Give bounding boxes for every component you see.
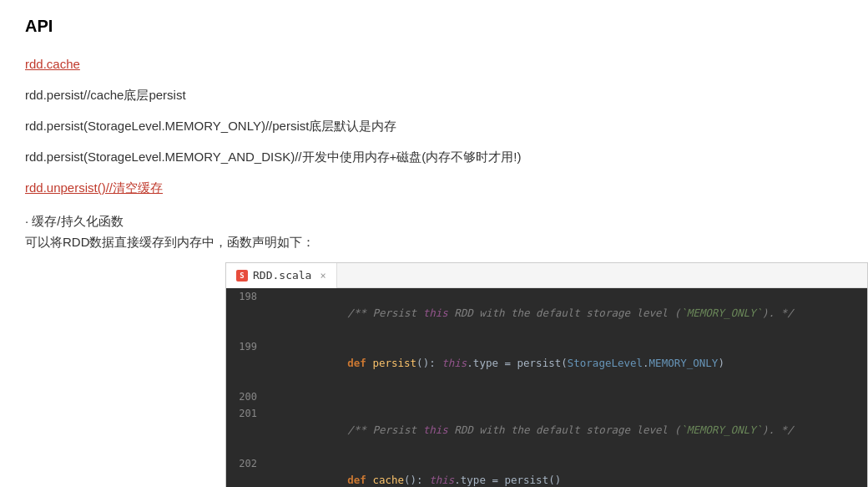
paren-202a: ():: [404, 474, 429, 486]
api-item-rdd-persist-storage: rdd.persist(StorageLevel.MEMORY_ONLY)//p…: [25, 114, 843, 137]
dot-199: .: [643, 357, 649, 369]
memory-only-199: MEMORY_ONLY: [649, 357, 719, 369]
description-text: 可以将RDD数据直接缓存到内存中，函数声明如下：: [25, 235, 843, 251]
tab-close-icon[interactable]: ×: [320, 270, 326, 282]
func-persist-199: persist: [372, 357, 416, 369]
rdd-cache-link[interactable]: rdd.cache: [25, 57, 80, 71]
line-content-200: [264, 388, 279, 405]
code-line-200: 200: [226, 388, 867, 405]
line-content-199: def persist(): this.type = persist(Stora…: [264, 338, 724, 388]
code-window: S RDD.scala × 198 /** Persist this RDD w…: [225, 262, 868, 487]
line-num-201: 201: [226, 405, 264, 422]
line-num-198: 198: [226, 288, 264, 305]
func-cache-202: cache: [372, 474, 404, 486]
paren-199a: ():: [416, 357, 442, 369]
tab-icon: S: [236, 270, 248, 282]
code-body: 198 /** Persist this RDD with the defaul…: [226, 288, 867, 487]
api-item-rdd-cache: rdd.cache: [25, 53, 843, 75]
this-202: this: [429, 474, 454, 486]
rdd-unpersist-link[interactable]: rdd.unpersist()//清空缓存: [25, 180, 163, 195]
line-num-199: 199: [226, 338, 264, 355]
paren-202b: .type = persist(): [454, 474, 561, 486]
code-line-201: 201 /** Persist this RDD with the defaul…: [226, 405, 867, 455]
keyword-def-202: def: [347, 474, 372, 486]
api-item-rdd-persist-comment: rdd.persist//cache底层persist: [25, 84, 843, 106]
line-content-201: /** Persist this RDD with the default st…: [264, 405, 794, 455]
api-item-rdd-persist-disk: rdd.persist(StorageLevel.MEMORY_AND_DISK…: [25, 145, 843, 168]
api-item-rdd-unpersist: rdd.unpersist()//清空缓存: [25, 176, 843, 199]
this-199: this: [442, 357, 467, 369]
section-title: API: [25, 17, 843, 36]
tab-filename: RDD.scala: [253, 269, 311, 282]
code-line-202: 202 def cache(): this.type = persist(): [226, 455, 867, 487]
line-num-200: 200: [226, 388, 264, 405]
comment-201: /** Persist this RDD with the default st…: [347, 424, 793, 436]
rdd-persist-storage-text: rdd.persist(StorageLevel.MEMORY_ONLY)//p…: [25, 119, 396, 133]
rdd-persist-comment-text: rdd.persist//cache底层persist: [25, 88, 186, 102]
bullet-title: · 缓存/持久化函数: [25, 214, 843, 230]
comment-198: /** Persist this RDD with the default st…: [347, 307, 793, 319]
storage-level-199: StorageLevel: [568, 357, 643, 369]
code-titlebar: S RDD.scala ×: [226, 263, 867, 288]
paren-199c: ): [718, 357, 724, 369]
paren-199b: .type = persist(: [467, 357, 567, 369]
code-line-198: 198 /** Persist this RDD with the defaul…: [226, 288, 867, 338]
line-content-202: def cache(): this.type = persist(): [264, 455, 561, 487]
code-line-199: 199 def persist(): this.type = persist(S…: [226, 338, 867, 388]
keyword-def-199: def: [347, 357, 372, 369]
line-num-202: 202: [226, 455, 264, 472]
code-tab-rdd-scala[interactable]: S RDD.scala ×: [226, 263, 337, 288]
rdd-persist-disk-text: rdd.persist(StorageLevel.MEMORY_AND_DISK…: [25, 150, 521, 164]
line-content-198: /** Persist this RDD with the default st…: [264, 288, 794, 338]
